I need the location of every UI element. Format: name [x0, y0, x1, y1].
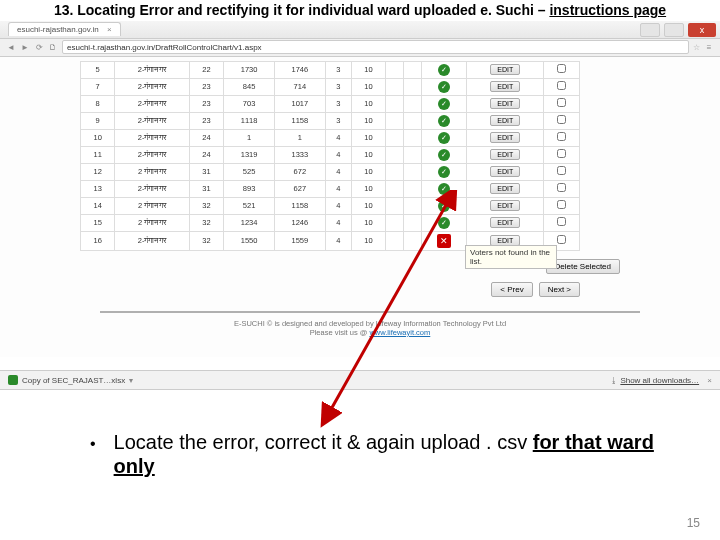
row-checkbox[interactable] — [557, 217, 566, 226]
instruction-text: Locate the error, correct it & again upl… — [114, 430, 670, 478]
close-download-bar-icon[interactable]: × — [707, 376, 712, 385]
footer-credit: E-SUCHI © is designed and developed by L… — [100, 311, 640, 337]
status-ok-icon: ✓ — [438, 149, 450, 161]
next-button[interactable]: Next > — [539, 282, 580, 297]
browser-tab[interactable]: esuchi-rajasthan.gov.in × — [8, 22, 121, 36]
row-checkbox[interactable] — [557, 166, 566, 175]
status-cell: ✓ — [421, 146, 467, 163]
edit-button[interactable]: EDIT — [490, 217, 520, 228]
table-cell — [403, 197, 421, 214]
table-cell — [403, 231, 421, 250]
row-checkbox[interactable] — [557, 200, 566, 209]
window-minimize-button[interactable] — [640, 23, 660, 37]
edit-button[interactable]: EDIT — [490, 132, 520, 143]
reload-icon[interactable]: ⟳ — [34, 42, 44, 52]
edit-button[interactable]: EDIT — [490, 200, 520, 211]
row-checkbox[interactable] — [557, 64, 566, 73]
edit-button[interactable]: EDIT — [490, 64, 520, 75]
forward-icon[interactable]: ► — [20, 42, 30, 52]
table-cell: 32 — [189, 214, 223, 231]
checkbox-cell — [544, 146, 580, 163]
status-cell: ✓ — [421, 129, 467, 146]
error-tooltip: Voters not found in the list. — [465, 245, 557, 269]
row-checkbox[interactable] — [557, 183, 566, 192]
table-cell: 1017 — [274, 95, 325, 112]
table-cell: 1246 — [274, 214, 325, 231]
table-row: 102-गंगानगर2411410✓EDIT — [81, 129, 580, 146]
edit-cell: EDIT — [467, 197, 544, 214]
page-number: 15 — [687, 516, 700, 530]
table-cell: 2 गंगानगर — [115, 197, 190, 214]
show-all-downloads-link[interactable]: ⭳ Show all downloads… × — [610, 376, 712, 385]
table-cell: 845 — [224, 78, 275, 95]
bookmark-star-icon[interactable]: ☆ — [693, 43, 700, 52]
table-cell: 714 — [274, 78, 325, 95]
table-cell — [386, 146, 404, 163]
table-cell: 10 — [81, 129, 115, 146]
checkbox-cell — [544, 129, 580, 146]
table-cell: 9 — [81, 112, 115, 129]
table-cell — [386, 112, 404, 129]
slide-title-text: 13. Locating Error and rectifying it for… — [54, 2, 550, 18]
table-cell: 2-गंगानगर — [115, 231, 190, 250]
table-cell: 2-गंगानगर — [115, 146, 190, 163]
status-cell: ✓ — [421, 163, 467, 180]
edit-button[interactable]: EDIT — [490, 98, 520, 109]
table-cell: 24 — [189, 146, 223, 163]
status-ok-icon: ✓ — [438, 98, 450, 110]
edit-cell: EDIT — [467, 95, 544, 112]
table-cell — [403, 214, 421, 231]
edit-cell: EDIT — [467, 146, 544, 163]
table-cell: 1118 — [224, 112, 275, 129]
table-cell: 1234 — [224, 214, 275, 231]
url-input[interactable]: esuchi-t.rajasthan.gov.in/DraftRollContr… — [62, 40, 689, 54]
table-cell: 5 — [81, 61, 115, 78]
table-cell — [386, 129, 404, 146]
row-checkbox[interactable] — [557, 132, 566, 141]
menu-icon[interactable]: ≡ — [704, 42, 714, 52]
edit-button[interactable]: EDIT — [490, 166, 520, 177]
download-bar: Copy of SEC_RAJAST…xlsx ▾ ⭳ Show all dow… — [0, 370, 720, 390]
row-checkbox[interactable] — [557, 235, 566, 244]
table-cell: 3 — [325, 61, 351, 78]
edit-button[interactable]: EDIT — [490, 115, 520, 126]
slide-title-underline: instructions page — [549, 2, 666, 18]
table-cell: 12 — [81, 163, 115, 180]
row-checkbox[interactable] — [557, 115, 566, 124]
table-cell: 10 — [351, 78, 385, 95]
table-cell: 1158 — [274, 197, 325, 214]
table-cell — [403, 95, 421, 112]
table-cell: 1 — [274, 129, 325, 146]
prev-button[interactable]: < Prev — [491, 282, 532, 297]
edit-cell: EDIT — [467, 78, 544, 95]
window-maximize-button[interactable] — [664, 23, 684, 37]
row-checkbox[interactable] — [557, 81, 566, 90]
table-cell — [386, 214, 404, 231]
edit-button[interactable]: EDIT — [490, 81, 520, 92]
table-cell — [386, 163, 404, 180]
table-cell — [403, 61, 421, 78]
table-cell: 10 — [351, 61, 385, 78]
edit-button[interactable]: EDIT — [490, 183, 520, 194]
downloaded-file[interactable]: Copy of SEC_RAJAST…xlsx ▾ — [8, 375, 133, 385]
row-checkbox[interactable] — [557, 98, 566, 107]
table-cell: 1550 — [224, 231, 275, 250]
footer-link[interactable]: www.lifewayit.com — [369, 328, 430, 337]
window-close-button[interactable]: x — [688, 23, 716, 37]
table-cell: 8 — [81, 95, 115, 112]
table-cell: 7 — [81, 78, 115, 95]
tab-close-icon[interactable]: × — [107, 25, 112, 34]
row-checkbox[interactable] — [557, 149, 566, 158]
url-text: esuchi-t.rajasthan.gov.in/DraftRollContr… — [67, 43, 262, 52]
table-cell: 11 — [81, 146, 115, 163]
table-cell: 525 — [224, 163, 275, 180]
edit-cell: EDIT — [467, 129, 544, 146]
table-cell — [386, 61, 404, 78]
status-ok-icon: ✓ — [438, 64, 450, 76]
table-row: 152 गंगानगर3212341246410✓EDIT — [81, 214, 580, 231]
back-icon[interactable]: ◄ — [6, 42, 16, 52]
edit-button[interactable]: EDIT — [490, 149, 520, 160]
checkbox-cell — [544, 163, 580, 180]
status-ok-icon: ✓ — [438, 166, 450, 178]
chevron-down-icon[interactable]: ▾ — [129, 376, 133, 385]
